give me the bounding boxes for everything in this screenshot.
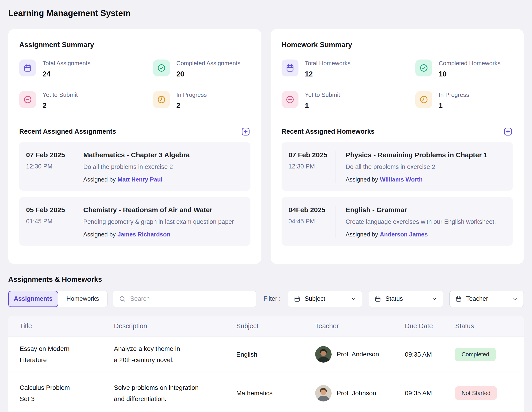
row-due-date: 09:35 AM	[405, 388, 455, 399]
assigned-by-label: Assigned by	[83, 176, 116, 183]
item-time: 01:45 PM	[26, 218, 73, 225]
col-due-date: Due Date	[405, 322, 455, 330]
stats-grid: Total Assignments 24 Completed Assignmen…	[19, 59, 250, 110]
assignment-list-item[interactable]: 07 Feb 2025 12:30 PM Mathematics - Chapt…	[19, 142, 250, 191]
divider	[335, 206, 336, 238]
assigned-by-name[interactable]: Matt Henry Paul	[118, 176, 163, 183]
stat-value: 10	[439, 70, 500, 78]
add-assignment-button[interactable]	[241, 127, 250, 137]
item-date: 04Feb 2025	[288, 206, 335, 214]
row-description: Analyze a key theme in a 20th-century no…	[114, 343, 236, 365]
row-title: Essay on Modern Literature	[20, 343, 114, 365]
calendar-icon	[455, 295, 462, 302]
divider	[73, 151, 73, 183]
row-subject: English	[236, 349, 315, 360]
stat-label: In Progress	[439, 91, 469, 98]
divider	[335, 151, 336, 183]
card-title: Assignment Summary	[19, 40, 250, 49]
row-title: Calculus Problem Set 3	[20, 382, 114, 404]
item-title: Chemistry - Reationsm of Air and Water	[83, 206, 242, 214]
calendar-icon	[374, 295, 381, 302]
item-date: 07 Feb 2025	[26, 151, 73, 159]
search-icon	[119, 295, 126, 303]
minus-circle-icon	[19, 91, 36, 108]
divider	[73, 206, 73, 238]
homework-list-item[interactable]: 04Feb 2025 04:45 PM English - Grammar Cr…	[282, 197, 513, 245]
col-teacher: Teacher	[315, 322, 405, 330]
clock-icon	[415, 91, 432, 108]
chevron-down-icon	[431, 296, 437, 302]
assignment-summary-card: Assignment Summary Total Assignments 24 …	[8, 29, 261, 264]
assigned-by-name[interactable]: James Richardson	[118, 231, 171, 238]
assigned-by-label: Assigned by	[346, 176, 378, 183]
teacher-name: Prof. Johnson	[337, 390, 376, 397]
stat-value: 1	[305, 102, 340, 110]
assigned-by-name[interactable]: Anderson James	[380, 231, 428, 238]
item-date: 07 Feb 2025	[288, 151, 335, 159]
homework-summary-card: Homework Summary Total Homeworks 12 Comp…	[271, 29, 524, 264]
stat-label: In Progress	[176, 91, 207, 98]
teacher-avatar	[315, 385, 332, 402]
stat-value: 12	[305, 70, 350, 78]
stat-total-homeworks: Total Homeworks 12	[282, 59, 415, 78]
add-homework-button[interactable]	[503, 127, 513, 137]
subject-filter-dropdown[interactable]: Subject	[288, 291, 362, 307]
status-filter-dropdown[interactable]: Status	[369, 291, 443, 307]
tab-homeworks[interactable]: Homeworks	[58, 291, 107, 307]
item-date: 05 Feb 2025	[26, 206, 73, 214]
assigned-by-name[interactable]: Williams Worth	[380, 176, 423, 183]
check-circle-icon	[153, 59, 170, 77]
stat-label: Total Assignments	[43, 60, 91, 67]
table-row[interactable]: Essay on Modern Literature Analyze a key…	[8, 336, 524, 372]
item-title: Mathematics - Chapter 3 Algebra	[83, 151, 242, 159]
row-description: Solve problems on integration and differ…	[114, 382, 236, 404]
assignment-list-item[interactable]: 05 Feb 2025 01:45 PM Chemistry - Reation…	[19, 197, 250, 245]
search-placeholder: Search	[130, 295, 150, 302]
table-header: Title Description Subject Teacher Due Da…	[8, 316, 524, 336]
stat-value: 1	[439, 102, 469, 110]
calendar-icon	[294, 295, 301, 302]
homework-list-item[interactable]: 07 Feb 2025 12:30 PM Physics - Remaining…	[282, 142, 513, 191]
item-description: Do all the problems in exercise 2	[346, 163, 504, 170]
teacher-avatar	[315, 346, 332, 363]
stat-label: Yet to Submit	[305, 91, 340, 98]
minus-circle-icon	[282, 91, 298, 108]
recent-assignments-title: Recent Assigned Assignments	[19, 128, 116, 135]
tab-assignments[interactable]: Assignments	[8, 291, 58, 307]
item-description: Create language exercises with our Engli…	[346, 218, 504, 226]
stat-in-progress: In Progress 1	[415, 91, 513, 110]
col-subject: Subject	[236, 322, 315, 330]
toolbar: Assignments Homeworks Search Filter : Su…	[8, 291, 524, 307]
col-status: Status	[455, 322, 524, 330]
status-badge: Not Started	[455, 386, 497, 400]
item-description: Pending geometry & graph in last exam qu…	[83, 218, 242, 226]
stat-completed-homeworks: Completed Homeworks 10	[415, 59, 513, 78]
calendar-icon	[282, 59, 298, 77]
search-input[interactable]: Search	[113, 291, 256, 307]
stat-value: 24	[43, 70, 91, 78]
col-title: Title	[20, 322, 114, 330]
row-due-date: 09:35 AM	[405, 349, 455, 360]
teacher-name: Prof. Anderson	[337, 351, 379, 358]
col-description: Description	[114, 322, 236, 330]
section-title: Assignments & Homeworks	[8, 275, 524, 284]
row-subject: Mathematics	[236, 388, 315, 399]
teacher-filter-dropdown[interactable]: Teacher	[449, 291, 524, 307]
chevron-down-icon	[351, 296, 357, 302]
page-title: Learning Management System	[8, 9, 524, 18]
stat-label: Completed Homeworks	[439, 60, 500, 67]
assigned-by-label: Assigned by	[83, 231, 116, 238]
stat-label: Total Homeworks	[305, 60, 350, 67]
stat-value: 20	[176, 70, 240, 78]
chevron-down-icon	[512, 296, 518, 302]
filter-label: Filter :	[264, 295, 281, 302]
stat-yet-to-submit: Yet to Submit 1	[282, 91, 415, 110]
item-time: 04:45 PM	[288, 218, 335, 225]
stat-label: Completed Assignments	[176, 60, 240, 67]
assigned-by-label: Assigned by	[346, 231, 378, 238]
stat-label: Yet to Submit	[43, 91, 78, 98]
stats-grid: Total Homeworks 12 Completed Homeworks 1…	[282, 59, 513, 110]
stat-yet-to-submit: Yet to Submit 2	[19, 91, 153, 110]
table-row[interactable]: Calculus Problem Set 3 Solve problems on…	[8, 372, 524, 412]
summary-cards: Assignment Summary Total Assignments 24 …	[8, 29, 524, 264]
